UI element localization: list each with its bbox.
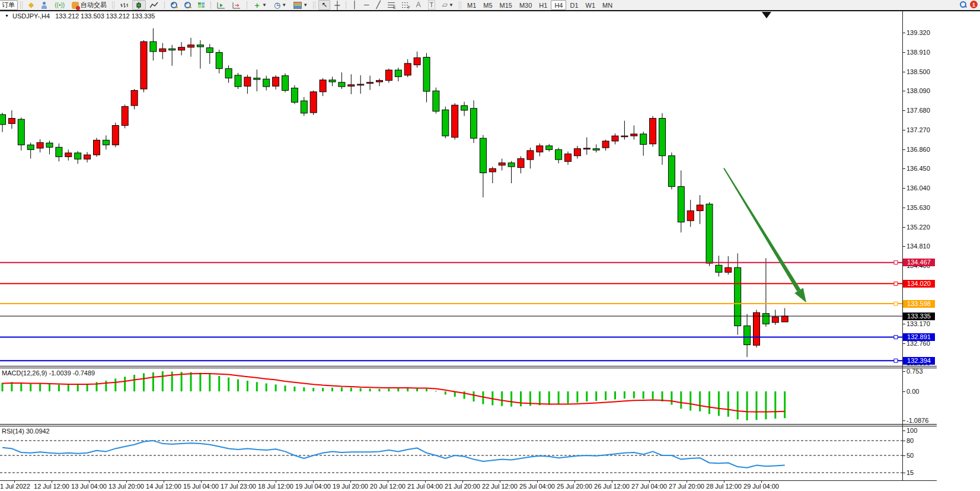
crosshair-tool-button[interactable]: ┼ xyxy=(331,0,343,10)
candle xyxy=(583,148,590,149)
profile-button[interactable] xyxy=(38,0,50,10)
fibonacci-tool-button[interactable]: E xyxy=(385,0,398,10)
line-chart-mode-button[interactable] xyxy=(147,0,161,10)
panel-separator[interactable] xyxy=(0,366,937,366)
toolbar-grip[interactable] xyxy=(459,1,462,9)
line-handle[interactable] xyxy=(894,336,898,339)
chart-dropdown-icon[interactable]: ▼ xyxy=(5,14,9,18)
auto-trading-icon xyxy=(72,2,79,9)
macd-histogram-bar xyxy=(595,391,597,401)
chevron-down-icon: ▼ xyxy=(449,2,454,8)
search-icon[interactable] xyxy=(960,1,966,8)
line-handle[interactable] xyxy=(894,282,898,285)
signals-button[interactable]: ((•)) xyxy=(52,0,68,10)
macd-histogram-bar xyxy=(624,391,625,398)
indicators-button[interactable]: ＋ ▼ xyxy=(250,0,270,10)
cursor-tool-button[interactable]: ↖ xyxy=(318,0,330,10)
chart-window-top-border xyxy=(0,10,980,11)
market-watch-button[interactable]: ◆ xyxy=(25,0,37,10)
macd-histogram-bar xyxy=(614,391,616,400)
price-tick-label: 134.810 xyxy=(906,243,930,250)
time-tick-label: 26 Jul 12:00 xyxy=(594,483,630,490)
candle xyxy=(556,149,562,160)
panel-separator[interactable] xyxy=(0,426,937,426)
candle xyxy=(621,136,628,137)
zoom-in-icon: + xyxy=(171,2,177,8)
horizontal-line-tool-button[interactable]: ─ xyxy=(361,0,372,10)
time-tick-label: 19 Jul 20:00 xyxy=(333,483,368,490)
macd-label: MACD(12,26,9) -1.0039 -0.7489 xyxy=(2,369,95,377)
price-line-badge: 133.598 xyxy=(903,300,935,308)
auto-scroll-button[interactable] xyxy=(214,0,228,10)
candle xyxy=(716,265,722,272)
new-order-button[interactable]: 订单 xyxy=(0,0,18,10)
zoom-in-button[interactable]: + xyxy=(168,0,180,10)
vertical-line-tool-button[interactable]: │ xyxy=(349,0,360,10)
scroll-marker-icon[interactable] xyxy=(762,12,771,18)
candle xyxy=(452,105,458,137)
macd-histogram-bar xyxy=(20,384,22,392)
macd-histogram-bar xyxy=(247,381,248,391)
chart-shift-button[interactable] xyxy=(229,0,244,10)
auto-trading-button[interactable]: 自动交易 xyxy=(69,0,110,10)
macd-histogram-bar xyxy=(114,378,116,391)
panel-separator[interactable] xyxy=(0,368,937,368)
trendline-tool-button[interactable]: ╱ xyxy=(373,0,383,10)
candle xyxy=(471,109,477,138)
shapes-tool-button[interactable]: ▱ ▼ xyxy=(439,0,457,10)
candlestick-mode-button[interactable] xyxy=(132,0,146,10)
macd-histogram-bar xyxy=(718,391,720,416)
candle xyxy=(781,316,788,322)
tile-windows-button[interactable] xyxy=(195,0,208,10)
candle xyxy=(725,267,732,272)
macd-histogram-bar xyxy=(87,384,88,391)
label-tool-button[interactable]: T xyxy=(425,0,438,10)
fibonacci-expansion-tool-button[interactable]: F xyxy=(399,0,412,10)
line-handle[interactable] xyxy=(894,359,898,362)
price-tick-label: 136.860 xyxy=(906,146,930,153)
rsi-label: RSI(14) 30.0942 xyxy=(2,428,50,435)
timeframe-button-d1[interactable]: D1 xyxy=(566,0,582,10)
panel-separator[interactable] xyxy=(0,424,937,425)
timeframe-button-h1[interactable]: H1 xyxy=(535,0,551,10)
price-line-badge: 134.467 xyxy=(903,259,935,266)
timeframe-button-m5[interactable]: M5 xyxy=(480,0,496,10)
macd-histogram-bar xyxy=(388,389,390,392)
timeframe-button-h4[interactable]: H4 xyxy=(551,0,566,10)
line-handle[interactable] xyxy=(894,261,898,264)
candle xyxy=(546,146,553,149)
toolbar-grip[interactable] xyxy=(112,1,115,9)
toolbar-grip[interactable] xyxy=(20,1,23,9)
macd-histogram-bar xyxy=(482,391,484,404)
timeframe-button-mn[interactable]: MN xyxy=(599,0,616,10)
macd-histogram-bar xyxy=(680,391,682,409)
notification-badge[interactable]: 1 xyxy=(970,1,978,8)
rsi-tick-label: 80 xyxy=(906,437,914,444)
clock-icon: ◷ xyxy=(274,1,280,9)
candle xyxy=(367,82,374,84)
timeframe-button-m30[interactable]: M30 xyxy=(516,0,535,10)
templates-button[interactable]: ▼ xyxy=(291,0,311,10)
periods-button[interactable]: ◷ ▼ xyxy=(271,0,289,10)
auto-trading-label: 自动交易 xyxy=(81,1,107,9)
bar-chart-mode-button[interactable] xyxy=(117,0,131,10)
macd-histogram-bar xyxy=(209,374,210,391)
macd-histogram-bar xyxy=(218,376,220,391)
macd-histogram-bar xyxy=(510,391,512,407)
price-tick-mark xyxy=(902,188,905,189)
line-handle[interactable] xyxy=(894,302,898,305)
timeframe-button-m1[interactable]: M1 xyxy=(464,0,480,10)
text-tool-button[interactable]: A xyxy=(413,0,424,10)
candle xyxy=(27,145,34,149)
candle xyxy=(301,101,307,113)
timeframe-button-w1[interactable]: W1 xyxy=(582,0,599,10)
macd-histogram-bar xyxy=(426,389,427,392)
rsi-tick-mark xyxy=(902,455,905,456)
candle xyxy=(320,80,326,92)
macd-histogram-bar xyxy=(162,371,164,391)
toolbar-separator xyxy=(346,1,346,9)
zoom-out-button[interactable]: − xyxy=(181,0,194,10)
candle xyxy=(103,140,109,145)
timeframe-button-m15[interactable]: M15 xyxy=(496,0,516,10)
toolbar-grip[interactable] xyxy=(313,1,316,9)
